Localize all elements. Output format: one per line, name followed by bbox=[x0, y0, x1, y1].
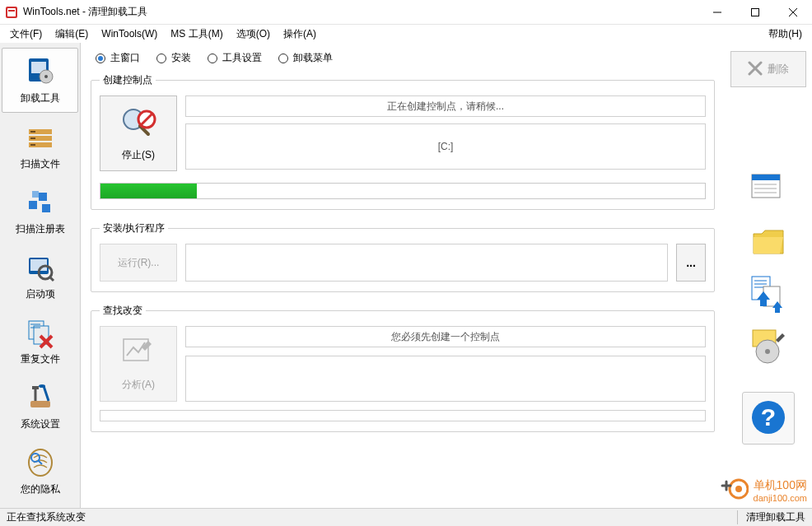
tab-uninstall-menu[interactable]: 卸载菜单 bbox=[278, 51, 333, 65]
analyze-button[interactable]: 分析(A) bbox=[100, 326, 177, 402]
sidebar-item-scan-registry[interactable]: 扫描注册表 bbox=[2, 179, 78, 243]
sidebar-item-startup[interactable]: 启动项 bbox=[2, 244, 78, 308]
menu-help[interactable]: 帮助(H) bbox=[762, 26, 809, 43]
radio-icon bbox=[96, 54, 105, 63]
svg-rect-15 bbox=[30, 137, 35, 139]
svg-point-10 bbox=[44, 75, 48, 78]
watermark: 单机100网 danji100.com bbox=[719, 474, 807, 506]
sidebar-item-label: 扫描文件 bbox=[21, 157, 60, 171]
radio-icon bbox=[278, 54, 288, 63]
sidebar-item-label: 启动项 bbox=[26, 287, 55, 301]
run-button-label: 运行(R)... bbox=[118, 256, 160, 270]
menu-wintools[interactable]: WinTools(W) bbox=[95, 26, 164, 41]
menu-file[interactable]: 文件(F) bbox=[3, 26, 49, 43]
startup-icon bbox=[24, 251, 57, 284]
sidebar-item-label: 重复文件 bbox=[21, 352, 60, 366]
menu-actions[interactable]: 操作(A) bbox=[277, 26, 323, 43]
help-button[interactable]: ? bbox=[742, 392, 795, 445]
content-panel: 主窗口 安装 工具设置 卸载菜单 创建控制点 bbox=[81, 43, 725, 508]
folder-icon[interactable] bbox=[749, 222, 788, 262]
group-legend: 查找改变 bbox=[100, 304, 146, 318]
watermark-brand: 单机100网 bbox=[754, 478, 807, 491]
progress-fill bbox=[100, 184, 197, 198]
scan-files-icon bbox=[24, 121, 57, 154]
find-progress-bar bbox=[100, 410, 706, 421]
delete-button-label: 删除 bbox=[768, 62, 789, 77]
sidebar-item-system-settings[interactable]: 系统设置 bbox=[2, 375, 78, 438]
radio-icon bbox=[208, 54, 217, 63]
svg-rect-1 bbox=[7, 8, 16, 16]
privacy-icon bbox=[24, 446, 57, 479]
svg-rect-31 bbox=[30, 401, 50, 407]
group-find-changes: 查找改变 分析(A) 您必须先创建一个控制点 bbox=[91, 304, 715, 432]
browse-button[interactable]: ... bbox=[676, 244, 706, 282]
tab-label: 主窗口 bbox=[110, 51, 140, 65]
upload-docs-icon[interactable] bbox=[749, 275, 788, 314]
main-area: 卸载工具 扫描文件 扫描注册表 启动项 重复文件 bbox=[0, 43, 812, 508]
sidebar-item-label: 卸载工具 bbox=[21, 91, 60, 105]
window-title: WinTools.net - 清理卸载工具 bbox=[23, 5, 698, 19]
watermark-logo-icon bbox=[719, 474, 749, 506]
menubar: 文件(F) 编辑(E) WinTools(W) MS 工具(M) 选项(O) 操… bbox=[0, 25, 812, 43]
tab-tool-settings[interactable]: 工具设置 bbox=[208, 51, 262, 65]
sidebar-item-uninstall[interactable]: 卸载工具 bbox=[2, 48, 78, 113]
scan-registry-icon bbox=[24, 186, 57, 219]
sidebar-item-privacy[interactable]: 您的隐私 bbox=[2, 440, 78, 503]
sidebar-item-duplicates[interactable]: 重复文件 bbox=[2, 310, 78, 373]
maximize-button[interactable] bbox=[736, 0, 774, 25]
svg-rect-17 bbox=[29, 201, 37, 209]
svg-rect-14 bbox=[30, 131, 35, 133]
window-controls bbox=[698, 0, 812, 25]
minimize-button[interactable] bbox=[698, 0, 736, 25]
stop-button-label: 停止(S) bbox=[122, 148, 155, 162]
svg-point-62 bbox=[735, 486, 742, 492]
magnifier-stop-icon bbox=[119, 105, 158, 143]
drive-line: [C:] bbox=[185, 123, 706, 170]
program-path-input[interactable] bbox=[185, 244, 668, 282]
run-button[interactable]: 运行(R)... bbox=[100, 244, 177, 282]
svg-rect-4 bbox=[752, 8, 759, 16]
progress-bar bbox=[100, 183, 706, 199]
menu-options[interactable]: 选项(O) bbox=[230, 26, 277, 43]
watermark-text-wrap: 单机100网 danji100.com bbox=[754, 478, 807, 503]
stop-button[interactable]: 停止(S) bbox=[100, 95, 177, 171]
status-right-text: 清理卸载工具 bbox=[737, 510, 805, 524]
sidebar-left: 卸载工具 扫描文件 扫描注册表 启动项 重复文件 bbox=[0, 43, 81, 508]
disc-tools-icon[interactable] bbox=[749, 328, 788, 367]
window-titlebar: WinTools.net - 清理卸载工具 bbox=[0, 0, 812, 25]
duplicates-icon bbox=[24, 316, 57, 349]
radio-icon bbox=[156, 54, 166, 63]
analyze-icon bbox=[120, 336, 156, 371]
group-install-execute: 安装/执行程序 运行(R)... ... bbox=[91, 221, 715, 292]
menu-edit[interactable]: 编辑(E) bbox=[49, 26, 95, 43]
svg-rect-47 bbox=[752, 175, 780, 180]
analyze-button-label: 分析(A) bbox=[122, 378, 155, 392]
browse-button-label: ... bbox=[686, 256, 696, 269]
svg-rect-16 bbox=[30, 144, 35, 146]
tab-install[interactable]: 安装 bbox=[156, 51, 191, 65]
sidebar-right: 删除 ? bbox=[725, 43, 812, 508]
system-settings-icon bbox=[24, 381, 57, 414]
status-message-line: 正在创建控制点，请稍候... bbox=[185, 95, 706, 117]
sidebar-item-label: 您的隐私 bbox=[21, 482, 60, 496]
help-icon: ? bbox=[749, 398, 788, 440]
tab-label: 工具设置 bbox=[222, 51, 262, 65]
sidebar-item-scan-files[interactable]: 扫描文件 bbox=[2, 114, 78, 178]
close-button[interactable] bbox=[774, 0, 812, 25]
svg-rect-20 bbox=[32, 191, 39, 198]
svg-line-34 bbox=[44, 386, 49, 401]
find-blank-area bbox=[185, 356, 706, 402]
delete-button[interactable]: 删除 bbox=[730, 51, 806, 87]
status-left-text: 正在查找系统改变 bbox=[7, 510, 737, 524]
svg-point-35 bbox=[39, 384, 45, 388]
svg-rect-19 bbox=[42, 204, 50, 212]
watermark-url: danji100.com bbox=[754, 493, 807, 503]
tab-main-window[interactable]: 主窗口 bbox=[96, 51, 140, 65]
svg-point-58 bbox=[765, 349, 770, 354]
sidebar-item-label: 扫描注册表 bbox=[16, 222, 65, 236]
tabs-row: 主窗口 安装 工具设置 卸载菜单 bbox=[87, 48, 718, 73]
menu-mstools[interactable]: MS 工具(M) bbox=[164, 26, 229, 43]
svg-text:?: ? bbox=[761, 403, 776, 431]
right-icon-stack bbox=[749, 170, 788, 367]
window-list-icon[interactable] bbox=[749, 170, 788, 209]
